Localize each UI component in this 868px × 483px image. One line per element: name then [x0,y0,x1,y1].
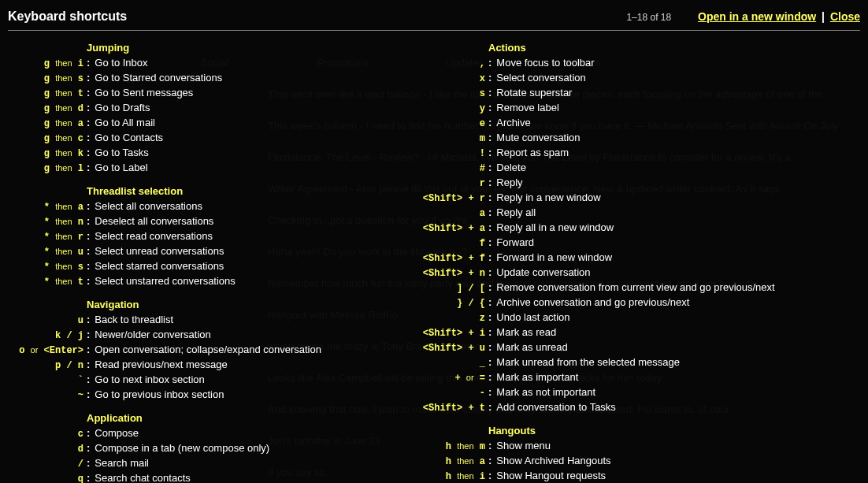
shortcut-description: Search mail [95,456,149,470]
shortcut-description: Mark as read [496,325,556,340]
shortcut-row: ~:Go to previous inbox section [8,388,402,403]
shortcut-row: /:Search mail [8,456,402,471]
colon: : [488,251,491,265]
shortcut-keys: g then d [8,101,83,116]
colon: : [488,310,491,325]
shortcut-keys: * then s [8,259,83,274]
shortcut-description: Select conversation [496,71,585,85]
shortcut-description: Open conversation; collapse/expand conve… [95,343,321,357]
colon: : [87,426,90,440]
close-link[interactable]: Close [830,10,860,23]
shortcut-overlay: Keyboard shortcuts 1–18 of 18 Open in a … [0,0,868,483]
section-title: Actions [488,42,859,54]
shortcut-keys: p / n [8,359,83,373]
shortcut-keys: - [402,386,485,400]
shortcut-row: g then t:Go to Sent messages [8,86,402,101]
shortcut-row: <Shift> + i:Mark as read [402,325,859,340]
shortcut-keys: m [402,132,485,146]
colon: : [87,456,90,470]
shortcut-keys: <Shift> + u [402,341,485,355]
colon: : [87,328,90,342]
shortcut-row: <Shift> + f:Forward in a new window [402,251,859,266]
shortcut-keys: * then a [8,199,83,214]
shortcut-row: * then a:Select all conversations [8,199,402,214]
shortcut-description: Forward in a new window [496,251,612,265]
shortcut-keys: / [8,457,83,471]
shortcut-keys: <Shift> + n [402,266,485,281]
shortcut-description: Go to Starred conversations [95,71,222,85]
shortcut-keys: ! [402,147,485,161]
shortcut-keys: d [8,442,83,456]
shortcut-description: Update conversation [496,266,590,280]
colon: : [87,343,90,357]
shortcut-row: g then d:Go to Drafts [8,101,402,116]
shortcut-description: Mark as important [496,370,578,385]
shortcut-description: Show Archived Hangouts [496,454,610,468]
shortcut-keys: g then c [8,131,83,146]
colon: : [488,131,491,145]
shortcut-description: Select read conversations [95,229,213,243]
shortcut-keys: <Shift> + i [402,326,485,340]
shortcut-row: c:Compose [8,426,402,441]
shortcut-keys: k / j [8,329,83,343]
colon: : [87,259,90,273]
shortcut-row: g then s:Go to Starred conversations [8,71,402,86]
shortcut-keys: <Shift> + a [402,221,485,236]
shortcut-row: * then n:Deselect all conversations [8,214,402,229]
shortcut-keys: g then l [8,161,83,176]
shortcut-description: Remove conversation from current view an… [496,281,774,295]
shortcut-keys: g then a [8,116,83,131]
colon: : [488,469,491,483]
shortcut-description: Archive conversation and go previous/nex… [496,295,689,310]
colon: : [87,71,90,85]
shortcut-description: Show Hangout requests [496,469,606,483]
open-new-window-link[interactable]: Open in a new window [698,10,816,23]
shortcut-description: Newer/older conversation [95,328,210,342]
colon: : [488,400,491,414]
colon: : [87,358,90,372]
shortcut-description: Go to next inbox section [95,373,204,387]
shortcut-row: q:Search chat contacts [8,471,402,483]
shortcut-description: Select all conversations [95,199,202,214]
shortcut-keys: e [402,117,485,131]
shortcut-keys: c [8,427,83,441]
shortcut-row: _:Mark unread from the selected message [402,355,859,370]
section-title: Application [87,412,402,424]
shortcut-row: g then k:Go to Tasks [8,146,402,161]
colon: : [488,161,491,175]
shortcut-row: } / {:Archive conversation and go previo… [402,295,859,310]
shortcut-description: Mark as not important [496,385,595,399]
shortcut-keys: r [402,176,485,191]
shortcut-section: Actions,:Move focus to toolbarx:Select c… [402,42,859,415]
shortcut-row: <Shift> + t:Add conversation to Tasks [402,400,859,415]
section-title: Hangouts [488,425,859,437]
shortcut-description: Select starred conversations [95,259,224,273]
colon: : [488,221,491,235]
shortcut-description: Compose [95,426,139,440]
shortcut-row: p / n:Read previous/next message [8,358,402,373]
colon: : [488,454,491,468]
shortcut-keys: _ [402,356,485,370]
colon: : [488,86,491,100]
colon: : [87,116,90,130]
shortcut-row: #:Delete [402,161,859,176]
shortcut-description: Add conversation to Tasks [496,400,616,414]
shortcut-keys: g then s [8,71,83,86]
colon: : [488,295,491,310]
shortcut-row: ] / [:Remove conversation from current v… [402,281,859,295]
shortcut-description: Mark unread from the selected message [496,355,680,370]
shortcut-row: d:Compose in a tab (new compose only) [8,441,402,456]
shortcut-row: * then s:Select starred conversations [8,259,402,274]
shortcut-row: <Shift> + u:Mark as unread [402,340,859,355]
shortcut-keys: z [402,311,485,325]
shortcut-description: Mark as unread [496,340,567,355]
shortcut-keys: y [402,102,485,116]
shortcut-description: Reply all in a new window [496,221,614,235]
shortcut-row: h then m:Show menu [402,439,859,454]
shortcut-description: Archive [496,116,530,130]
colon: : [87,86,90,100]
shortcut-keys: o or <Enter> [8,343,83,358]
shortcut-row: k / j:Newer/older conversation [8,328,402,343]
shortcut-keys: , [402,57,485,71]
shortcut-keys: f [402,236,485,251]
